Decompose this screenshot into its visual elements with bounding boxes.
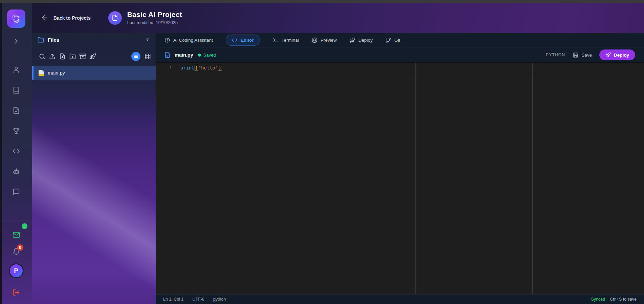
search-files-button[interactable] xyxy=(37,51,47,61)
save-icon xyxy=(573,52,578,58)
folder-plus-icon xyxy=(69,53,76,60)
notifications-button[interactable]: 5 xyxy=(13,248,20,255)
tab-preview[interactable]: Preview xyxy=(312,37,337,43)
file-plus-icon xyxy=(59,53,66,60)
code-icon xyxy=(13,147,20,155)
files-panel-title: Files xyxy=(48,37,145,43)
mail-icon xyxy=(13,231,20,239)
files-panel-header: Files xyxy=(32,33,156,46)
tab-terminal[interactable]: Terminal xyxy=(273,37,299,43)
archive-button[interactable] xyxy=(77,51,88,61)
editor-ruler-120 xyxy=(532,63,533,294)
save-button[interactable]: Save xyxy=(573,52,592,58)
tab-git[interactable]: Git xyxy=(385,37,400,43)
online-status-dot xyxy=(22,223,27,229)
upload-icon xyxy=(49,53,55,60)
deploy-button[interactable]: Deploy xyxy=(599,49,635,60)
code-text: print("hello") xyxy=(180,65,222,70)
list-icon xyxy=(134,54,138,59)
user-avatar[interactable]: P xyxy=(9,263,24,278)
editor-area: AI Coding Assistant Editor Terminal xyxy=(156,33,644,304)
chevron-left-icon xyxy=(145,37,150,42)
grid-icon xyxy=(145,53,151,60)
project-header: Back to Projects Basic AI Project Last m… xyxy=(32,3,644,33)
editor-ruler-80 xyxy=(415,63,416,294)
chat-icon xyxy=(13,188,20,196)
tab-bar: AI Coding Assistant Editor Terminal xyxy=(156,33,644,47)
open-file-name: main.py xyxy=(175,52,193,58)
deploy-button-label: Deploy xyxy=(614,53,629,58)
rocket-icon xyxy=(605,52,611,58)
project-last-modified: Last modified: 19/10/2025 xyxy=(127,20,182,25)
files-toolbar xyxy=(32,46,156,66)
tab-deploy[interactable]: Deploy xyxy=(350,37,373,43)
sidebar-item-assignments[interactable] xyxy=(9,104,23,117)
file-document-icon xyxy=(164,52,171,58)
language-mode: python xyxy=(213,297,226,302)
notification-badge: 5 xyxy=(17,244,23,251)
files-panel: Files xyxy=(32,33,156,304)
code-editor[interactable]: 1 print("hello") xyxy=(156,63,644,294)
sidebar-expand-button[interactable] xyxy=(9,35,23,48)
collapse-panel-button[interactable] xyxy=(145,37,150,42)
document-icon xyxy=(112,15,118,21)
encoding: UTF-8 xyxy=(192,297,204,302)
tab-label: Preview xyxy=(320,38,337,43)
code-keyword: print xyxy=(180,65,195,70)
save-status: Saved xyxy=(198,53,216,58)
sidebar-item-ai-bot[interactable] xyxy=(9,165,23,178)
app-window: 5 P Back to Projects Basic AI Project xyxy=(0,0,644,304)
saved-status-dot xyxy=(198,54,201,57)
line-number: 1 xyxy=(156,65,172,70)
arrow-left-icon xyxy=(41,14,48,21)
globe-icon xyxy=(312,37,317,43)
back-to-projects-button[interactable]: Back to Projects xyxy=(41,14,91,21)
deploy-files-button[interactable] xyxy=(88,51,98,61)
tab-label: AI Coding Assistant xyxy=(173,38,213,43)
tab-label: Editor xyxy=(241,38,254,43)
chevron-right-icon xyxy=(13,38,20,45)
messages-button[interactable] xyxy=(9,228,23,242)
language-badge: PYTHON xyxy=(546,53,565,57)
new-folder-button[interactable] xyxy=(67,51,77,61)
icon-sidebar: 5 P xyxy=(0,3,32,304)
sidebar-item-projects[interactable] xyxy=(9,144,23,158)
project-title: Basic AI Project xyxy=(127,11,182,19)
python-file-icon xyxy=(38,69,44,76)
rocket-icon xyxy=(350,37,355,43)
tab-ai-coding-assistant[interactable]: AI Coding Assistant xyxy=(164,37,213,43)
saved-status-label: Saved xyxy=(203,53,216,58)
window-top-strip xyxy=(0,0,644,3)
ai-assistant-icon xyxy=(164,37,170,43)
terminal-icon xyxy=(273,37,279,43)
list-view-toggle[interactable] xyxy=(131,52,140,61)
code-line-1[interactable]: 1 print("hello") xyxy=(156,63,644,72)
file-check-icon xyxy=(13,107,20,114)
project-icon xyxy=(108,11,122,25)
user-icon xyxy=(13,66,20,74)
sidebar-item-chat[interactable] xyxy=(9,185,23,199)
robot-icon xyxy=(13,168,20,175)
sidebar-item-achievements[interactable] xyxy=(9,124,23,138)
logout-button[interactable] xyxy=(9,286,23,299)
back-label: Back to Projects xyxy=(53,15,91,21)
rocket-icon xyxy=(90,53,96,60)
tab-label: Deploy xyxy=(358,38,373,43)
folder-icon xyxy=(38,37,44,43)
tab-editor[interactable]: Editor xyxy=(226,35,260,46)
sidebar-item-courses[interactable] xyxy=(9,83,23,97)
archive-icon xyxy=(80,53,86,60)
status-bar: Ln 1, Col 1 UTF-8 python Synced Ctrl+S t… xyxy=(156,294,644,304)
upload-file-button[interactable] xyxy=(47,51,57,61)
git-branch-icon xyxy=(385,37,391,43)
sidebar-item-profile[interactable] xyxy=(9,63,23,77)
app-logo[interactable] xyxy=(7,9,25,28)
tab-label: Terminal xyxy=(282,38,299,43)
code-close-paren: ) xyxy=(218,65,222,71)
book-icon xyxy=(13,86,20,94)
tab-label: Git xyxy=(394,38,400,43)
grid-view-toggle[interactable] xyxy=(145,53,151,60)
file-row-main-py[interactable]: main.py xyxy=(32,66,156,80)
cursor-position: Ln 1, Col 1 xyxy=(163,297,183,302)
new-file-button[interactable] xyxy=(57,51,67,61)
